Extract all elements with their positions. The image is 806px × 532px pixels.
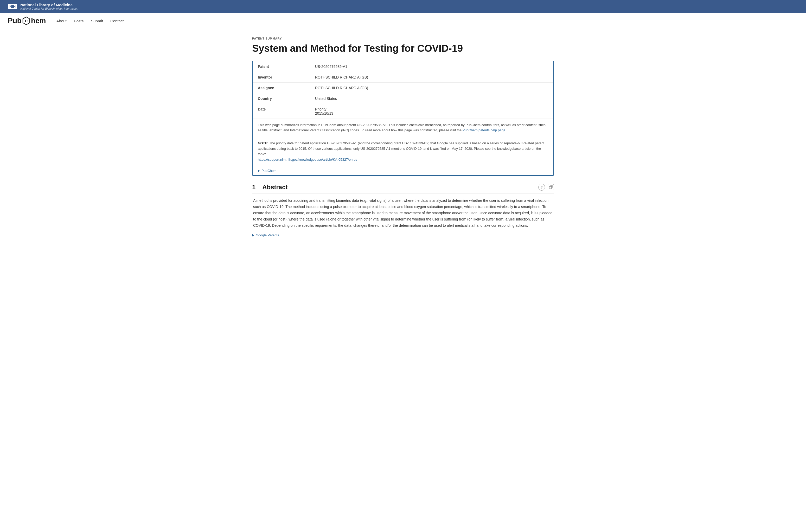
note-suffix: . bbox=[506, 128, 507, 132]
inventor-value-cell: ROTHSCHILD RICHARD A (GB) bbox=[310, 72, 553, 82]
abstract-section-title: 1 Abstract bbox=[252, 184, 288, 191]
nav-links: About Posts Submit Contact bbox=[56, 19, 124, 23]
patent-label: PATENT SUMMARY bbox=[252, 37, 554, 40]
nih-text: National Library of Medicine National Ce… bbox=[20, 3, 78, 10]
patent-info-box: Patent US-2020279585-A1 Inventor ROTHSCH… bbox=[252, 61, 554, 176]
country-label-cell: Country bbox=[253, 93, 310, 104]
section-label: Abstract bbox=[262, 184, 288, 191]
main-content: PATENT SUMMARY System and Method for Tes… bbox=[237, 29, 569, 246]
abstract-section-header: 1 Abstract ? bbox=[252, 184, 554, 193]
assignee-label-cell: Assignee bbox=[253, 82, 310, 93]
nav-submit[interactable]: Submit bbox=[91, 19, 103, 23]
table-row: Date Priority2015/10/13 bbox=[253, 104, 553, 118]
google-toggle-arrow-icon bbox=[252, 234, 254, 236]
pubchem-toggle[interactable]: PubChem bbox=[253, 166, 553, 175]
patent-table: Patent US-2020279585-A1 Inventor ROTHSCH… bbox=[253, 61, 553, 118]
google-patents-toggle[interactable]: Google Patents bbox=[252, 232, 554, 238]
nav-posts[interactable]: Posts bbox=[74, 19, 84, 23]
inventor-label-cell: Inventor bbox=[253, 72, 310, 82]
nih-banner: NIH National Library of Medicine Nationa… bbox=[0, 0, 806, 13]
toggle-arrow-icon bbox=[258, 170, 260, 172]
note2-text: The priority date for patent application… bbox=[258, 141, 544, 156]
note2-prefix: NOTE: bbox=[258, 141, 268, 145]
date-value-cell: Priority2015/10/13 bbox=[310, 104, 553, 118]
info-note-2: NOTE: The priority date for patent appli… bbox=[253, 137, 553, 166]
nih-logo: NIH bbox=[8, 4, 17, 9]
info-note-1: This web page summarizes information in … bbox=[253, 118, 553, 137]
patent-value-cell: US-2020279585-A1 bbox=[310, 61, 553, 72]
patent-label-cell: Patent bbox=[253, 61, 310, 72]
toggle-label: PubChem bbox=[261, 169, 277, 173]
country-value-cell: United States bbox=[310, 93, 553, 104]
section-icons: ? bbox=[538, 184, 554, 191]
section-number: 1 bbox=[252, 184, 256, 191]
external-link-icon[interactable] bbox=[548, 184, 554, 190]
nav-contact[interactable]: Contact bbox=[110, 19, 124, 23]
assignee-value-cell: ROTHSCHILD RICHARD A (GB) bbox=[310, 82, 553, 93]
google-patents-label: Google Patents bbox=[256, 233, 279, 237]
table-row: Inventor ROTHSCHILD RICHARD A (GB) bbox=[253, 72, 553, 82]
nih-subtitle: National Center for Biotechnology Inform… bbox=[20, 7, 78, 10]
svg-text:C: C bbox=[25, 19, 28, 23]
knowledgebase-link[interactable]: https://support.nlm.nih.gov/knowledgebas… bbox=[258, 157, 357, 162]
main-nav: Pub C hem About Posts Submit Contact bbox=[0, 13, 806, 29]
hex-icon: C bbox=[22, 16, 31, 25]
help-icon[interactable]: ? bbox=[538, 184, 545, 191]
page-title: System and Method for Testing for COVID-… bbox=[252, 43, 554, 55]
table-row: Assignee ROTHSCHILD RICHARD A (GB) bbox=[253, 82, 553, 93]
table-row: Patent US-2020279585-A1 bbox=[253, 61, 553, 72]
pubchem-help-link[interactable]: PubChem patents help page bbox=[462, 128, 506, 132]
abstract-text: A method is provided for acquiring and t… bbox=[252, 197, 554, 229]
nav-about[interactable]: About bbox=[56, 19, 66, 23]
table-row: Country United States bbox=[253, 93, 553, 104]
pubchem-logo: Pub C hem bbox=[8, 16, 46, 25]
date-label-cell: Date bbox=[253, 104, 310, 118]
nih-title: National Library of Medicine bbox=[20, 3, 78, 7]
